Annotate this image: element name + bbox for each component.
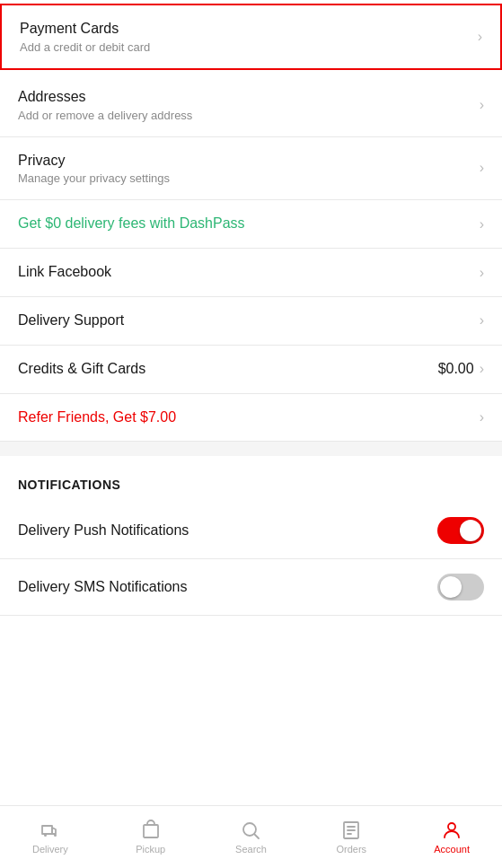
nav-item-account[interactable]: Account [401, 814, 502, 860]
addresses-title: Addresses [18, 88, 192, 107]
section-spacer [0, 442, 502, 456]
dashpass-title: Get $0 delivery fees with DashPass [18, 215, 245, 233]
nav-item-pickup[interactable]: Pickup [101, 814, 201, 860]
svg-rect-2 [144, 825, 158, 837]
payment-cards-title: Payment Cards [20, 20, 150, 39]
credits-value: $0.00 [438, 361, 474, 377]
chevron-right-icon: › [480, 216, 484, 232]
menu-item-link-facebook[interactable]: Link Facebook › [0, 249, 502, 297]
credits-left: Credits & Gift Cards [18, 360, 145, 379]
menu-item-payment-cards[interactable]: Payment Cards Add a credit or debit card… [0, 4, 502, 70]
privacy-title: Privacy [18, 152, 170, 171]
menu-item-left: Payment Cards Add a credit or debit card [20, 20, 150, 54]
refer-title: Refer Friends, Get $7.00 [18, 408, 176, 427]
main-content: Payment Cards Add a credit or debit card… [0, 4, 502, 688]
delivery-icon [40, 820, 61, 841]
orders-icon [340, 820, 362, 841]
chevron-right-icon: › [480, 361, 484, 377]
refer-left: Refer Friends, Get $7.00 [18, 408, 176, 427]
menu-item-credits-gift-cards[interactable]: Credits & Gift Cards $0.00 › [0, 346, 502, 394]
delivery-label: Delivery [32, 844, 68, 855]
addresses-right: › [480, 97, 484, 113]
account-label: Account [434, 844, 470, 855]
nav-item-orders[interactable]: Orders [301, 814, 401, 860]
link-facebook-right: › [480, 265, 484, 281]
refer-right: › [480, 409, 484, 425]
delivery-support-right: › [480, 312, 484, 329]
menu-item-privacy[interactable]: Privacy Manage your privacy settings › [0, 137, 502, 201]
delivery-sms-toggle[interactable] [437, 574, 484, 601]
privacy-left: Privacy Manage your privacy settings [18, 152, 170, 186]
svg-line-4 [255, 835, 260, 839]
menu-item-refer-friends[interactable]: Refer Friends, Get $7.00 › [0, 394, 502, 443]
delivery-support-left: Delivery Support [18, 311, 124, 330]
menu-item-dashpass[interactable]: Get $0 delivery fees with DashPass › [0, 200, 502, 249]
chevron-right-icon: › [480, 312, 484, 329]
menu-item-addresses[interactable]: Addresses Add or remove a delivery addre… [0, 74, 502, 137]
delivery-sms-title: Delivery SMS Notifications [18, 579, 188, 595]
chevron-right-icon: › [480, 97, 484, 113]
menu-item-right: › [478, 29, 482, 45]
addresses-left: Addresses Add or remove a delivery addre… [18, 88, 192, 122]
notification-delivery-sms: Delivery SMS Notifications [0, 559, 502, 616]
delivery-push-title: Delivery Push Notifications [18, 522, 189, 539]
chevron-right-icon: › [480, 160, 484, 176]
dashpass-left: Get $0 delivery fees with DashPass [18, 215, 245, 233]
notification-delivery-push: Delivery Push Notifications [0, 503, 502, 559]
pickup-icon [140, 820, 162, 841]
link-facebook-title: Link Facebook [18, 263, 111, 282]
chevron-right-icon: › [478, 29, 482, 45]
chevron-right-icon: › [480, 265, 484, 281]
credits-title: Credits & Gift Cards [18, 360, 145, 379]
nav-item-search[interactable]: Search [201, 814, 302, 860]
svg-point-0 [44, 834, 47, 837]
notifications-section-header: NOTIFICATIONS [0, 456, 502, 503]
privacy-subtitle: Manage your privacy settings [18, 171, 170, 185]
svg-point-1 [54, 834, 57, 837]
search-label: Search [235, 844, 267, 855]
chevron-right-icon: › [480, 409, 484, 425]
delivery-support-title: Delivery Support [18, 311, 124, 330]
privacy-right: › [480, 160, 484, 176]
link-facebook-left: Link Facebook [18, 263, 111, 282]
bottom-nav: Delivery Pickup Search Orders Acco [0, 805, 502, 868]
addresses-subtitle: Add or remove a delivery address [18, 109, 192, 122]
toggle-knob [440, 576, 462, 598]
search-icon [240, 820, 261, 841]
dashpass-right: › [480, 216, 484, 232]
delivery-push-toggle[interactable] [437, 517, 484, 544]
nav-item-delivery[interactable]: Delivery [0, 814, 101, 860]
credits-right: $0.00 › [438, 361, 484, 377]
orders-label: Orders [336, 844, 366, 855]
menu-item-delivery-support[interactable]: Delivery Support › [0, 297, 502, 346]
toggle-knob [460, 520, 481, 541]
account-icon [441, 820, 462, 841]
payment-cards-subtitle: Add a credit or debit card [20, 40, 150, 54]
pickup-label: Pickup [136, 844, 165, 855]
svg-point-9 [448, 823, 455, 830]
